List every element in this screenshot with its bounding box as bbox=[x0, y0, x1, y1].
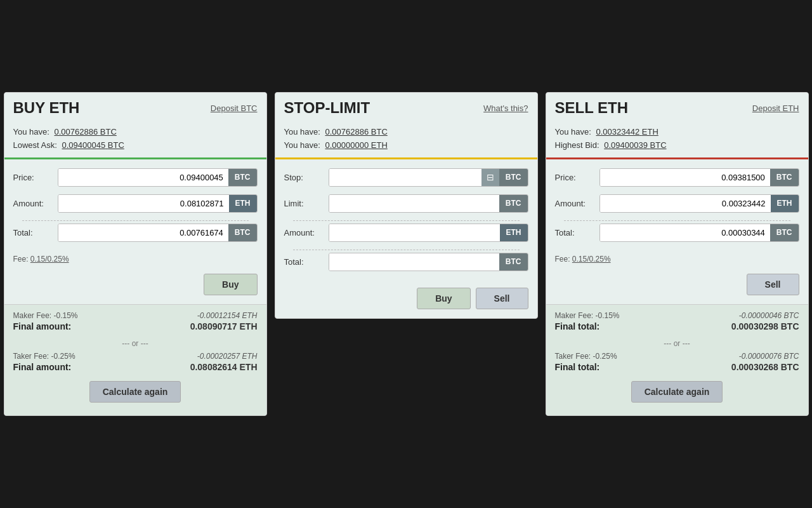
sell-amount-currency: ETH bbox=[771, 195, 799, 212]
buy-price-label: Price: bbox=[13, 173, 58, 182]
buy-eth-panel: BUY ETH Deposit BTC You have: 0.00762886… bbox=[4, 92, 267, 416]
sell-fee-link[interactable]: 0.15/0.25% bbox=[572, 255, 611, 264]
stop-you-have-btc-label: You have: bbox=[284, 127, 320, 137]
sell-taker-fee-value: -0.00000076 BTC bbox=[739, 352, 799, 361]
buy-price-row: Price: BTC bbox=[13, 168, 258, 187]
buy-lowest-ask-row: Lowest Ask: 0.09400045 BTC bbox=[13, 139, 258, 152]
sell-amount-input[interactable] bbox=[600, 195, 771, 212]
sell-maker-fee-row: Maker Fee: -0.15% -0.00000046 BTC bbox=[555, 311, 799, 320]
buy-calculate-button[interactable]: Calculate again bbox=[89, 381, 181, 403]
buy-maker-fee-value: -0.00012154 ETH bbox=[197, 311, 258, 320]
stop-limit-currency: BTC bbox=[499, 195, 528, 212]
buy-fee-summary: Maker Fee: -0.15% -0.00012154 ETH Final … bbox=[4, 304, 266, 415]
stop-amount-currency: ETH bbox=[500, 224, 528, 241]
sell-panel-title: SELL ETH bbox=[555, 99, 629, 117]
sell-you-have-label: You have: bbox=[555, 127, 591, 137]
stop-total-currency: BTC bbox=[499, 253, 528, 271]
stop-total-label: Total: bbox=[284, 257, 329, 267]
sell-amount-label: Amount: bbox=[555, 199, 599, 208]
stop-limit-panel-info: You have: 0.00762886 BTC You have: 0.000… bbox=[275, 123, 537, 157]
buy-fee-line: Fee: 0.15/0.25% bbox=[4, 253, 266, 269]
sell-final-total2-value: 0.00030268 BTC bbox=[731, 362, 799, 372]
stop-buy-button[interactable]: Buy bbox=[417, 288, 470, 309]
sell-final-total-label: Final total: bbox=[555, 321, 600, 331]
buy-panel-header: BUY ETH Deposit BTC bbox=[4, 93, 266, 123]
buy-you-have-label: You have: bbox=[13, 127, 49, 137]
sell-price-input[interactable] bbox=[600, 169, 770, 186]
sell-eth-panel: SELL ETH Deposit ETH You have: 0.0032344… bbox=[546, 92, 809, 416]
buy-maker-fee-label: Maker Fee: -0.15% bbox=[13, 311, 78, 320]
buy-taker-fee-row: Taker Fee: -0.25% -0.00020257 ETH bbox=[13, 352, 258, 361]
sell-panel-info: You have: 0.00323442 ETH Highest Bid: 0.… bbox=[546, 123, 808, 157]
sell-form-section: Price: BTC Amount: ETH Total: BTC bbox=[546, 159, 808, 253]
buy-lowest-ask-label: Lowest Ask: bbox=[13, 140, 57, 150]
buy-final-amount-value: 0.08090717 ETH bbox=[190, 321, 258, 331]
buy-total-currency: BTC bbox=[228, 224, 257, 241]
sell-price-currency: BTC bbox=[770, 169, 799, 186]
stop-limit-btn-row: Buy Sell bbox=[275, 283, 537, 318]
buy-total-row: Total: BTC bbox=[13, 224, 258, 242]
buy-button[interactable]: Buy bbox=[204, 274, 257, 295]
stop-limit-input-group: BTC bbox=[329, 194, 528, 213]
buy-amount-label: Amount: bbox=[13, 199, 58, 208]
sell-fee-line: Fee: 0.15/0.25% bbox=[546, 253, 808, 269]
buy-final-amount2-value: 0.08082614 ETH bbox=[190, 362, 258, 372]
buy-total-label: Total: bbox=[13, 228, 58, 237]
buy-final-amount-row: Final amount: 0.08090717 ETH bbox=[13, 321, 258, 331]
stop-total-input[interactable] bbox=[329, 253, 499, 271]
stop-sell-button[interactable]: Sell bbox=[476, 288, 528, 309]
stop-total-row: Total: BTC bbox=[284, 253, 528, 271]
sell-you-have-value: 0.00323442 ETH bbox=[596, 127, 658, 137]
buy-total-input[interactable] bbox=[58, 224, 228, 241]
sell-amount-input-group: ETH bbox=[599, 194, 799, 213]
stop-you-have-eth-row: You have: 0.00000000 ETH bbox=[284, 139, 528, 152]
buy-amount-input-group: ETH bbox=[58, 194, 258, 213]
sell-highest-bid-value: 0.09400039 BTC bbox=[604, 140, 666, 150]
stop-amount-row: Amount: ETH bbox=[284, 224, 528, 242]
sell-total-row: Total: BTC bbox=[555, 224, 799, 242]
buy-amount-input[interactable] bbox=[58, 195, 229, 212]
sell-final-total2-label: Final total: bbox=[555, 362, 600, 372]
stop-limit-panel-header: STOP-LIMIT What's this? bbox=[275, 93, 537, 123]
sell-panel-header: SELL ETH Deposit ETH bbox=[546, 93, 808, 123]
buy-fee-link[interactable]: 0.15/0.25% bbox=[30, 255, 69, 264]
stop-you-have-btc-row: You have: 0.00762886 BTC bbox=[284, 126, 528, 139]
sell-taker-fee-label: Taker Fee: -0.25% bbox=[555, 352, 617, 361]
buy-price-input[interactable] bbox=[58, 169, 228, 186]
grid-icon: ⊟ bbox=[487, 172, 494, 182]
stop-amount-label: Amount: bbox=[284, 228, 329, 237]
stop-amount-input[interactable] bbox=[329, 224, 500, 241]
stop-total-input-group: BTC bbox=[329, 253, 528, 271]
buy-total-input-group: BTC bbox=[58, 224, 258, 242]
sell-maker-fee-value: -0.00000046 BTC bbox=[739, 311, 799, 320]
buy-maker-fee-row: Maker Fee: -0.15% -0.00012154 ETH bbox=[13, 311, 258, 320]
sell-final-total-value: 0.00030298 BTC bbox=[731, 321, 799, 331]
sell-highest-bid-label: Highest Bid: bbox=[555, 140, 599, 150]
sell-calculate-button[interactable]: Calculate again bbox=[631, 381, 723, 403]
whats-this-link[interactable]: What's this? bbox=[483, 104, 528, 113]
sell-final-total2-row: Final total: 0.00030268 BTC bbox=[555, 362, 799, 372]
buy-you-have-value: 0.00762886 BTC bbox=[54, 127, 116, 137]
buy-form-section: Price: BTC Amount: ETH Total: BTC bbox=[4, 159, 266, 253]
buy-price-input-group: BTC bbox=[58, 168, 258, 187]
stop-limit-input[interactable] bbox=[329, 195, 499, 212]
sell-btn-row: Sell bbox=[546, 269, 808, 304]
sell-total-input[interactable] bbox=[600, 224, 770, 241]
deposit-btc-link[interactable]: Deposit BTC bbox=[211, 104, 258, 113]
stop-stop-label: Stop: bbox=[284, 173, 329, 182]
buy-price-currency: BTC bbox=[228, 169, 257, 186]
stop-limit-label: Limit: bbox=[284, 199, 329, 208]
stop-limit-panel-title: STOP-LIMIT bbox=[284, 99, 370, 117]
buy-final-amount2-label: Final amount: bbox=[13, 362, 72, 372]
sell-button[interactable]: Sell bbox=[747, 274, 799, 295]
sell-price-row: Price: BTC bbox=[555, 168, 799, 187]
stop-stop-input[interactable] bbox=[329, 169, 481, 186]
sell-fee-summary: Maker Fee: -0.15% -0.00000046 BTC Final … bbox=[546, 304, 808, 415]
stop-limit-row: Limit: BTC bbox=[284, 194, 528, 213]
grid-icon-btn[interactable]: ⊟ bbox=[481, 169, 499, 186]
buy-or-divider: --- or --- bbox=[13, 335, 258, 352]
stop-stop-input-group: ⊟ BTC bbox=[329, 168, 528, 187]
deposit-eth-link[interactable]: Deposit ETH bbox=[752, 104, 799, 113]
stop-amount-input-group: ETH bbox=[329, 224, 528, 242]
sell-total-label: Total: bbox=[555, 228, 599, 237]
